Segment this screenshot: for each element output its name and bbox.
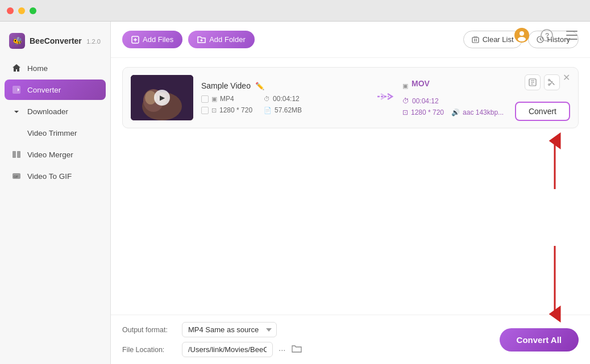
duration-icon: ⏱ bbox=[264, 95, 270, 102]
file-location-label: File Location: bbox=[122, 346, 176, 354]
app-logo: 🐝 bbox=[9, 33, 25, 49]
convert-button[interactable]: Convert bbox=[515, 102, 570, 121]
output-format: MOV bbox=[412, 79, 430, 88]
file-card: ✕ bbox=[122, 67, 579, 128]
home-icon bbox=[11, 63, 22, 73]
resolution-item: ⊡ 1280 * 720 bbox=[201, 106, 252, 114]
more-options-button[interactable]: ··· bbox=[279, 345, 286, 354]
output-audio: aac 143kbp... bbox=[463, 108, 504, 116]
convert-label: Convert bbox=[529, 107, 556, 116]
sidebar-label-trimmer: Video Trimmer bbox=[27, 129, 77, 137]
svg-point-6 bbox=[520, 31, 524, 36]
sidebar-header: 🐝 BeeConverter 1.2.0 bbox=[0, 26, 110, 58]
sidebar-item-video-merger[interactable]: Video Merger bbox=[5, 144, 106, 165]
convert-section: Convert bbox=[515, 74, 570, 121]
add-files-button[interactable]: Add Files bbox=[122, 31, 182, 48]
output-audio-icon: 🔊 bbox=[451, 108, 460, 116]
add-files-label: Add Files bbox=[143, 35, 173, 44]
svg-rect-1 bbox=[13, 151, 16, 158]
app-name: BeeConverter bbox=[30, 36, 82, 45]
trim-button[interactable] bbox=[544, 74, 560, 90]
menu-button[interactable] bbox=[563, 26, 581, 44]
top-bar-left: Add Files Add Folder bbox=[122, 31, 255, 48]
duration-item: ⏱ 00:04:12 bbox=[264, 95, 302, 103]
input-duration: 00:04:12 bbox=[273, 95, 300, 103]
filesize-item: 📄 57.62MB bbox=[264, 106, 302, 114]
svg-rect-14 bbox=[472, 37, 479, 43]
file-location-input[interactable] bbox=[182, 342, 273, 357]
sidebar-label-home: Home bbox=[27, 64, 48, 73]
format-checkbox[interactable] bbox=[201, 95, 209, 103]
input-filesize: 57.62MB bbox=[275, 106, 302, 114]
bottom-left: Output format: MP4 Same as source File L… bbox=[122, 322, 302, 357]
edit-filename-button[interactable]: ✏️ bbox=[255, 82, 264, 90]
merger-icon bbox=[11, 149, 22, 160]
file-name-row: Sample Video ✏️ bbox=[201, 81, 368, 90]
maximize-button[interactable] bbox=[30, 7, 36, 14]
bottom-bar: Output format: MP4 Same as source File L… bbox=[111, 315, 590, 364]
minimize-button[interactable] bbox=[18, 7, 25, 14]
input-resolution: 1280 * 720 bbox=[219, 106, 252, 114]
play-button[interactable]: ▶ bbox=[154, 90, 170, 106]
help-button[interactable]: ? bbox=[538, 26, 556, 44]
user-account-button[interactable] bbox=[513, 26, 531, 44]
file-settings-button[interactable] bbox=[525, 74, 541, 90]
sidebar-item-video-to-gif[interactable]: GIF Video To GIF bbox=[5, 166, 106, 186]
close-button[interactable] bbox=[7, 7, 14, 14]
main-content: ? Add Files bbox=[111, 22, 590, 364]
trimmer-icon bbox=[11, 128, 22, 138]
input-format: MP4 bbox=[220, 95, 234, 103]
converter-icon bbox=[11, 85, 22, 95]
convert-all-button[interactable]: Convert All bbox=[500, 328, 579, 352]
output-resolution: 1280 * 720 bbox=[411, 108, 444, 116]
output-resolution-item: ⊡ 1280 * 720 🔊 aac 143kbp... bbox=[402, 108, 505, 116]
output-duration-item: ⏱ 00:04:12 bbox=[402, 97, 505, 105]
svg-text:GIF: GIF bbox=[14, 175, 18, 178]
file-thumbnail: ▶ bbox=[131, 75, 193, 120]
sidebar-label-merger: Video Merger bbox=[27, 150, 73, 159]
output-format-icon: ▣ bbox=[402, 82, 408, 90]
output-meta: ⏱ 00:04:12 ⊡ 1280 * 720 🔊 aac 143kbp... bbox=[402, 97, 505, 116]
app-container: 🐝 BeeConverter 1.2.0 Home bbox=[0, 22, 590, 364]
svg-rect-12 bbox=[566, 39, 577, 40]
svg-point-24 bbox=[549, 84, 550, 86]
sidebar-item-converter[interactable]: Converter bbox=[5, 80, 106, 100]
open-folder-button[interactable] bbox=[292, 344, 302, 355]
title-bar bbox=[0, 0, 590, 22]
file-card-wrapper: ✕ bbox=[122, 67, 579, 128]
remove-file-button[interactable]: ✕ bbox=[563, 72, 570, 83]
output-format-row: Output format: MP4 Same as source bbox=[122, 322, 302, 337]
conversion-arrow bbox=[376, 91, 394, 105]
output-resolution-icon: ⊡ bbox=[402, 108, 408, 116]
input-format-item: ▣ MP4 bbox=[201, 95, 252, 103]
add-folder-label: Add Folder bbox=[209, 35, 246, 44]
svg-point-23 bbox=[549, 80, 550, 81]
file-info: Sample Video ✏️ ▣ MP4 bbox=[201, 81, 368, 114]
sidebar-item-video-trimmer[interactable]: Video Trimmer bbox=[5, 123, 106, 143]
output-format-label: Output format: bbox=[122, 326, 176, 334]
output-info: ▣ MOV ⏱ 00:04:12 ⊡ 1280 * 720 bbox=[402, 79, 505, 116]
output-duration-icon: ⏱ bbox=[402, 97, 409, 105]
file-location-row: File Location: ··· bbox=[122, 342, 302, 357]
sidebar-label-converter: Converter bbox=[27, 86, 61, 94]
output-format-select[interactable]: MP4 Same as source bbox=[182, 322, 277, 337]
output-duration: 00:04:12 bbox=[412, 97, 439, 105]
sidebar: 🐝 BeeConverter 1.2.0 Home bbox=[0, 22, 111, 364]
file-meta: ▣ MP4 ⊡ 1280 * 720 bbox=[201, 95, 368, 114]
duration-meta: ⏱ 00:04:12 📄 57.62MB bbox=[264, 95, 302, 114]
input-meta: ▣ MP4 ⊡ 1280 * 720 bbox=[201, 95, 252, 114]
svg-rect-11 bbox=[566, 35, 577, 36]
svg-point-7 bbox=[518, 37, 526, 41]
sidebar-nav: Home Converter Downloader bbox=[0, 58, 110, 186]
resolution-checkbox[interactable] bbox=[201, 107, 209, 114]
sidebar-item-downloader[interactable]: Downloader bbox=[5, 101, 106, 122]
add-folder-button[interactable]: Add Folder bbox=[188, 31, 255, 48]
header-icons: ? bbox=[504, 22, 590, 49]
gif-icon: GIF bbox=[11, 171, 22, 181]
sidebar-label-gif: Video To GIF bbox=[27, 172, 72, 181]
sidebar-label-downloader: Downloader bbox=[27, 107, 68, 116]
convert-all-label: Convert All bbox=[517, 335, 562, 345]
svg-rect-2 bbox=[17, 151, 20, 158]
sidebar-item-home[interactable]: Home bbox=[5, 58, 106, 78]
downloader-icon bbox=[11, 106, 22, 116]
